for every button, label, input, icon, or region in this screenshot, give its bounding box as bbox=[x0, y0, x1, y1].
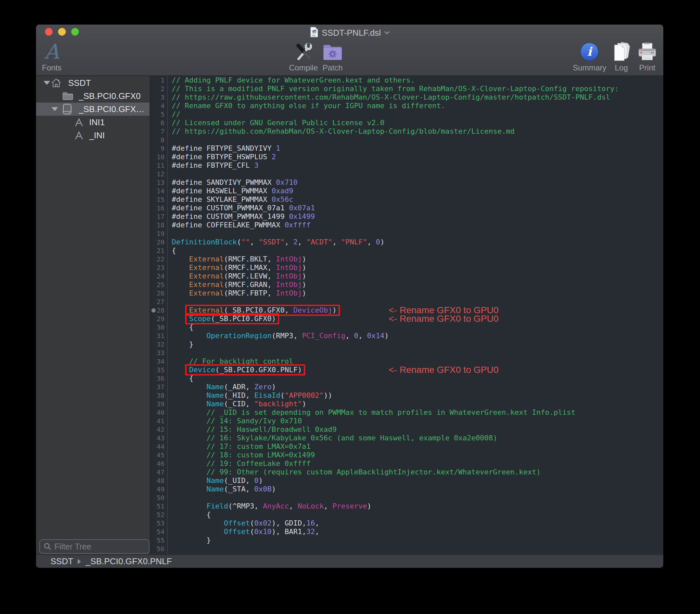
status-bar: SSDT _SB.PCI0.GFX0.PNLF bbox=[36, 554, 663, 568]
fonts-label: Fonts bbox=[42, 63, 62, 72]
code-line[interactable]: External(RMCF.FBTP, IntObj) bbox=[172, 289, 663, 298]
code-editor[interactable]: 1234567891011121314151617181920212223242… bbox=[150, 76, 663, 554]
code-line[interactable]: External(_SB.PCI0.GFX0, DeviceObj) bbox=[172, 306, 663, 315]
line-number: 27 bbox=[150, 298, 167, 306]
breadcrumb-path[interactable]: _SB.PCI0.GFX0.PNLF bbox=[86, 556, 172, 566]
code-line[interactable]: External(RMCF.BKLT, IntObj) bbox=[172, 255, 663, 263]
minimize-button[interactable] bbox=[58, 28, 66, 36]
code-line[interactable]: Scope(_SB.PCI0.GFX0) bbox=[172, 315, 663, 323]
line-number: 4 bbox=[150, 102, 167, 110]
code-line[interactable]: External(RMCF.LEVW, IntObj) bbox=[172, 272, 663, 280]
zoom-button[interactable] bbox=[71, 28, 79, 36]
code-line[interactable]: Name(_HID, EisaId("APP0002")) bbox=[172, 391, 663, 400]
code-line[interactable]: Name(_STA, 0x0B) bbox=[172, 485, 663, 493]
code-line[interactable]: // This is a modified PNLF version origi… bbox=[172, 85, 663, 93]
code-line[interactable]: External(RMCF.LMAX, IntObj) bbox=[172, 263, 663, 272]
code-line[interactable]: #define FBTYPE_HSWPLUS 2 bbox=[172, 153, 663, 161]
code-line[interactable]: { bbox=[172, 323, 663, 331]
code-line[interactable]: Name(_UID, 0) bbox=[172, 476, 663, 485]
code-line[interactable]: // 15: Haswell/Broadwell 0xad9 bbox=[172, 425, 663, 434]
filter-tree-input[interactable] bbox=[54, 542, 161, 552]
code-line[interactable]: // 16: Skylake/KabyLake 0x56c (and some … bbox=[172, 434, 663, 442]
summary-button[interactable]: i Summary bbox=[573, 41, 607, 72]
code-line[interactable]: #define FBTYPE_SANDYIVY 1 bbox=[172, 144, 663, 153]
code-line[interactable]: { bbox=[172, 511, 663, 519]
line-number: 56 bbox=[150, 544, 167, 553]
code-line[interactable] bbox=[172, 298, 663, 306]
code-line[interactable]: // 19: CoffeeLake 0xffff bbox=[172, 459, 663, 468]
code-line[interactable] bbox=[172, 493, 663, 502]
code-line[interactable]: Device(_SB.PCI0.GFX0.PNLF) bbox=[172, 366, 663, 374]
code-line[interactable]: // 18: custom LMAX=0x1499 bbox=[172, 451, 663, 459]
line-number: 46 bbox=[150, 459, 167, 468]
code-line[interactable] bbox=[172, 136, 663, 144]
code-line[interactable]: Field(^RMP3, AnyAcc, NoLock, Preserve) bbox=[172, 502, 663, 511]
code-line[interactable]: Name(_ADR, Zero) bbox=[172, 383, 663, 391]
log-button[interactable]: Log bbox=[612, 41, 631, 72]
code-line[interactable]: // For backlight control bbox=[172, 357, 663, 366]
title-group[interactable]: DSL SSDT-PNLF.dsl bbox=[310, 27, 390, 39]
code-line[interactable]: Offset(0x02), GDID,16, bbox=[172, 519, 663, 527]
code-line[interactable]: DefinitionBlock("", "SSDT", 2, "ACDT", "… bbox=[172, 238, 663, 246]
print-button[interactable]: Print bbox=[637, 41, 658, 72]
line-number: 43 bbox=[150, 434, 167, 442]
line-number: 45 bbox=[150, 451, 167, 459]
sidebar-item-gfx0-device[interactable]: _SB.PCI0.GFX… bbox=[36, 102, 149, 116]
code-line[interactable]: #define CUSTOM_PWMMAX_07a1 0x07a1 bbox=[172, 204, 663, 212]
compile-button[interactable]: Compile bbox=[289, 41, 318, 72]
code-line[interactable]: } bbox=[172, 340, 663, 349]
line-number: 40 bbox=[150, 408, 167, 417]
code-line[interactable]: #define SKYLAKE_PWMMAX 0x56c bbox=[172, 195, 663, 204]
code-line[interactable]: // https://github.com/RehabMan/OS-X-Clov… bbox=[172, 127, 663, 136]
code-line[interactable]: External(RMCF.GRAN, IntObj) bbox=[172, 280, 663, 289]
code-line[interactable]: #define COFFEELAKE_PWMMAX 0xffff bbox=[172, 221, 663, 229]
code-line[interactable]: // https://raw.githubusercontent.com/Reh… bbox=[172, 93, 663, 102]
code-line[interactable]: #define FBTYPE_CFL 3 bbox=[172, 161, 663, 170]
code-line[interactable]: } bbox=[172, 536, 663, 544]
line-number: 51 bbox=[150, 502, 167, 511]
fonts-button[interactable]: A Fonts bbox=[42, 41, 62, 72]
line-number: 47 bbox=[150, 468, 167, 476]
code-line[interactable]: #define HASWELL_PWMMAX 0xad9 bbox=[172, 187, 663, 195]
code-line[interactable]: // 14: Sandy/Ivy 0x710 bbox=[172, 417, 663, 425]
code-line[interactable]: { bbox=[172, 374, 663, 383]
code-line[interactable]: // _UID is set depending on PWMMax to ma… bbox=[172, 408, 663, 417]
disclosure-triangle-icon[interactable] bbox=[51, 107, 58, 111]
code-line[interactable]: { bbox=[172, 246, 663, 255]
line-number: 54 bbox=[150, 527, 167, 536]
code-line[interactable] bbox=[172, 349, 663, 357]
code-line[interactable] bbox=[172, 170, 663, 178]
device-icon bbox=[62, 103, 72, 117]
sidebar-item-ini1[interactable]: INI1 bbox=[36, 116, 149, 129]
close-button[interactable] bbox=[45, 28, 53, 36]
code-line[interactable]: // 17: custom LMAX=0x7a1 bbox=[172, 442, 663, 451]
code-area[interactable]: // Adding PNLF device for WhateverGreen.… bbox=[172, 76, 663, 553]
chevron-down-icon[interactable] bbox=[384, 30, 389, 36]
code-line[interactable] bbox=[172, 229, 663, 238]
code-line[interactable]: // 99: Other (requires custom AppleBackl… bbox=[172, 468, 663, 476]
code-line[interactable]: OperationRegion(RMP3, PCI_Config, 0, 0x1… bbox=[172, 331, 663, 340]
breadcrumb-root[interactable]: SSDT bbox=[50, 556, 73, 566]
code-line[interactable]: #define CUSTOM_PWMMAX_1499 0x1499 bbox=[172, 212, 663, 221]
code-line[interactable]: // Licensed under GNU General Public Lic… bbox=[172, 118, 663, 127]
sidebar-item-ssdt[interactable]: SSDT bbox=[36, 76, 149, 89]
line-number: 1 bbox=[150, 76, 167, 85]
line-number: 31 bbox=[150, 331, 167, 340]
code-line[interactable] bbox=[172, 544, 663, 553]
sidebar-item-gfx0-folder[interactable]: _SB.PCI0.GFX0 bbox=[36, 89, 149, 102]
code-line[interactable]: Offset(0x10), BAR1,32, bbox=[172, 527, 663, 536]
svg-text:DSL: DSL bbox=[312, 34, 316, 37]
code-line[interactable]: // bbox=[172, 110, 663, 118]
patch-button[interactable]: Patch bbox=[323, 41, 343, 72]
line-number: 50 bbox=[150, 493, 167, 502]
code-line[interactable]: Name(_CID, "backlight") bbox=[172, 400, 663, 408]
line-number: 21 bbox=[150, 246, 167, 255]
filter-tree-field[interactable] bbox=[39, 539, 149, 554]
code-line[interactable]: // Rename GFX0 to anything else if your … bbox=[172, 102, 663, 110]
code-line[interactable]: #define SANDYIVY_PWMMAX 0x710 bbox=[172, 178, 663, 187]
code-line[interactable]: // Adding PNLF device for WhateverGreen.… bbox=[172, 76, 663, 85]
sidebar-item-ini[interactable]: _INI bbox=[36, 129, 149, 142]
line-number: 39 bbox=[150, 400, 167, 408]
disclosure-triangle-icon[interactable] bbox=[43, 81, 50, 85]
compile-icon bbox=[289, 41, 318, 61]
